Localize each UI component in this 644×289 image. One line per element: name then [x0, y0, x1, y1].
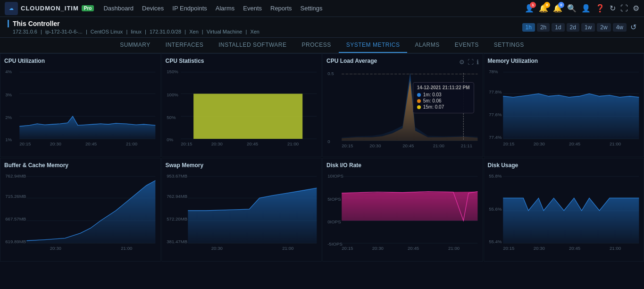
svg-text:20:30: 20:30 — [211, 246, 222, 251]
buffer-cache-memory-chart: 762.94MB 715.26MB 667.57MB 619.89MB 20: — [4, 170, 157, 251]
top-navigation: ☁ CLOUDMON_ITIM Pro Dashboard Devices IP… — [0, 0, 644, 17]
memory-utilization-chart: 78% 77.8% 77.6% 77.4% 20:15 20:30 — [488, 66, 640, 146]
svg-text:20:45: 20:45 — [569, 141, 580, 146]
svg-text:20:15: 20:15 — [19, 141, 31, 146]
svg-text:4%: 4% — [5, 69, 12, 74]
tab-events[interactable]: EVENTS — [447, 38, 486, 53]
cpu-utilization-chart: 4% 3% 2% 1% 20:15 — [4, 66, 157, 146]
svg-text:20:30: 20:30 — [533, 246, 544, 251]
cpu-utilization-title: CPU Utilization — [4, 58, 157, 64]
svg-text:50%: 50% — [167, 115, 176, 120]
svg-text:20:30: 20:30 — [533, 141, 544, 146]
tab-interfaces[interactable]: INTERFACES — [158, 38, 211, 53]
tooltip-15m-label: 15m: 0.07 — [423, 104, 444, 110]
svg-text:0IOPS: 0IOPS — [327, 219, 341, 224]
pro-badge: Pro — [82, 5, 94, 11]
svg-text:20:45: 20:45 — [85, 141, 97, 146]
nav-reports[interactable]: Reports — [270, 3, 292, 14]
nav-right-icons: 👤 1 🔔 0 🔔 0 🔍 👤 ❓ ↻ ⛶ ⚙ — [525, 4, 639, 13]
svg-text:20:30: 20:30 — [369, 143, 381, 148]
cpu-load-tooltip: 14-12-2021 21:11:22 PM 1m: 0.03 5m: 0.06… — [413, 82, 474, 113]
svg-text:762.94MB: 762.94MB — [167, 194, 187, 199]
breadcrumb-platform: Xen — [250, 29, 259, 34]
svg-text:619.89MB: 619.89MB — [5, 239, 26, 244]
svg-text:667.57MB: 667.57MB — [5, 216, 26, 221]
time-btn-1d[interactable]: 1d — [552, 23, 564, 32]
fullscreen-button[interactable]: ⛶ — [620, 4, 628, 13]
cpu-statistics-title: CPU Statistics — [166, 58, 318, 64]
tab-system-metrics[interactable]: SYSTEM METRICS — [339, 38, 408, 53]
svg-text:21:00: 21:00 — [448, 246, 460, 251]
cpu-load-average-title-row: CPU Load Average ⚙ ⛶ ℹ — [326, 58, 479, 66]
svg-text:0: 0 — [327, 139, 330, 144]
cpu-load-average-title: CPU Load Average — [326, 58, 377, 64]
time-btn-4w[interactable]: 4w — [613, 23, 627, 32]
tab-installed-software[interactable]: INSTALLED SOFTWARE — [211, 38, 294, 53]
chart-action-icons: ⚙ ⛶ ℹ — [459, 59, 479, 66]
account-button[interactable]: 👤 — [581, 4, 591, 13]
disk-io-rate-title: Disk I/O Rate — [326, 162, 479, 169]
time-btn-2w[interactable]: 2w — [597, 23, 611, 32]
svg-text:20:15: 20:15 — [342, 143, 353, 148]
nav-settings[interactable]: Settings — [301, 3, 323, 14]
svg-text:20:45: 20:45 — [569, 246, 580, 251]
time-btn-1h[interactable]: 1h — [522, 23, 535, 32]
tab-process[interactable]: PROCESS — [294, 38, 339, 53]
swap-memory-chart: 953.67MB 762.94MB 572.20MB 381.47MB 20: — [166, 170, 318, 251]
refresh-button[interactable]: ↻ — [610, 4, 616, 13]
tab-summary[interactable]: SUMMARY — [112, 38, 158, 53]
svg-text:77.8%: 77.8% — [489, 89, 502, 94]
time-range-buttons: 1h 2h 1d 2d 1w 2w 4w ↺ — [522, 23, 636, 32]
svg-text:20:30: 20:30 — [50, 246, 61, 251]
search-button[interactable]: 🔍 — [567, 4, 577, 13]
help-button[interactable]: ❓ — [595, 4, 605, 13]
nav-alarms[interactable]: Alarms — [216, 3, 234, 14]
nav-ip-endpoints[interactable]: IP Endpoints — [172, 3, 207, 14]
svg-text:77.4%: 77.4% — [489, 135, 502, 140]
svg-text:762.94MB: 762.94MB — [5, 173, 26, 178]
tab-settings[interactable]: SETTINGS — [486, 38, 532, 53]
nav-devices[interactable]: Devices — [142, 3, 164, 14]
cpu-statistics-chart: 150% 100% 50% 0% 20:15 20:30 20:45 21:00 — [166, 66, 318, 146]
buffer-cache-memory-panel: Buffer & Cache Memory 762.94MB 715.26MB … — [0, 158, 161, 262]
svg-text:3%: 3% — [5, 92, 12, 97]
expand-icon[interactable]: ⛶ — [468, 59, 474, 66]
time-refresh-button[interactable]: ↺ — [630, 23, 636, 32]
breadcrumb-subnet: 172.31.0.0/28 — [150, 29, 181, 34]
tooltip-5m-dot — [417, 99, 421, 103]
charts-container: CPU Utilization 4% 3% 2% 1% — [0, 53, 644, 262]
svg-text:1%: 1% — [5, 137, 12, 142]
svg-text:0%: 0% — [167, 137, 173, 142]
user-alert-button[interactable]: 👤 1 — [525, 4, 534, 13]
svg-text:100%: 100% — [167, 92, 178, 97]
svg-text:572.20MB: 572.20MB — [167, 216, 187, 221]
time-btn-2h[interactable]: 2h — [537, 23, 550, 32]
logo-area: ☁ CLOUDMON_ITIM Pro — [5, 2, 94, 15]
tab-alarms[interactable]: ALARMS — [407, 38, 447, 53]
svg-text:715.26MB: 715.26MB — [5, 194, 26, 199]
nav-events[interactable]: Events — [243, 3, 262, 14]
disk-usage-title: Disk Usage — [488, 162, 640, 169]
svg-text:20:15: 20:15 — [342, 246, 353, 251]
svg-text:21:00: 21:00 — [126, 141, 137, 146]
memory-utilization-title: Memory Utilization — [488, 58, 640, 64]
settings-gear-button[interactable]: ⚙ — [633, 4, 639, 13]
svg-text:150%: 150% — [167, 69, 178, 74]
breadcrumb-kernel: linux — [131, 29, 142, 34]
tooltip-15m-dot — [417, 105, 421, 109]
svg-text:21:00: 21:00 — [610, 246, 621, 251]
bell-button[interactable]: 🔔 0 — [539, 4, 548, 13]
tooltip-1m: 1m: 0.03 — [417, 92, 470, 97]
svg-text:20:45: 20:45 — [402, 143, 414, 148]
time-btn-2d[interactable]: 2d — [567, 23, 579, 32]
info-icon[interactable]: ℹ — [477, 59, 479, 66]
cpu-utilization-panel: CPU Utilization 4% 3% 2% 1% — [0, 53, 161, 157]
svg-text:21:11: 21:11 — [461, 143, 472, 148]
breadcrumb-os: CentOS Linux — [91, 29, 123, 34]
svg-text:21:00: 21:00 — [121, 246, 132, 251]
filter-icon[interactable]: ⚙ — [459, 59, 465, 66]
notification-button[interactable]: 🔔 0 — [553, 4, 562, 13]
time-btn-1w[interactable]: 1w — [581, 23, 595, 32]
svg-text:10IOPS: 10IOPS — [327, 173, 343, 178]
nav-dashboard[interactable]: Dashboard — [103, 3, 134, 14]
